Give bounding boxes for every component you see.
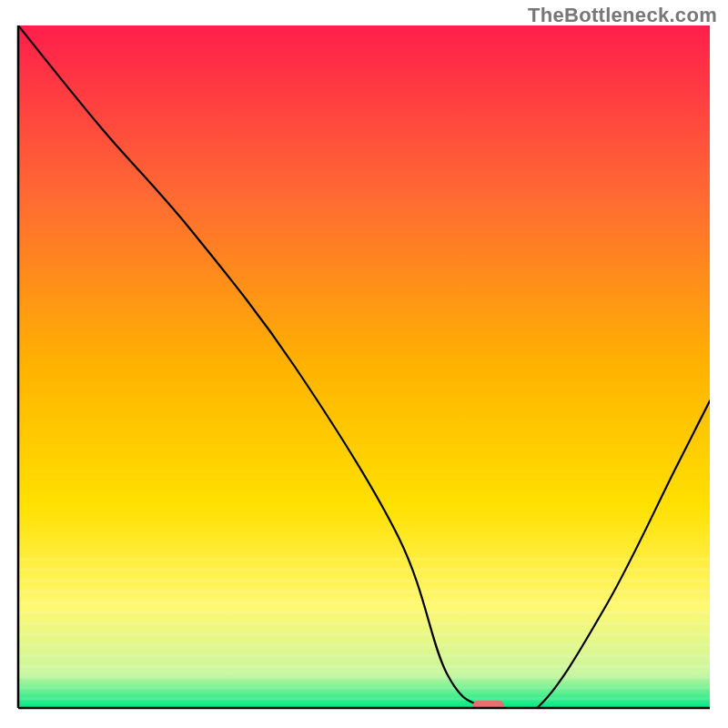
svg-rect-8 [18, 595, 710, 598]
svg-rect-14 [18, 628, 710, 631]
svg-rect-15 [18, 633, 710, 636]
svg-rect-12 [18, 617, 710, 620]
optimal-marker [473, 701, 504, 711]
svg-rect-16 [18, 638, 710, 641]
svg-rect-2 [18, 563, 710, 566]
svg-rect-9 [18, 601, 710, 603]
chart-container: TheBottleneck.com [0, 0, 728, 728]
svg-rect-26 [18, 692, 710, 694]
svg-rect-1 [18, 558, 710, 561]
svg-rect-24 [18, 682, 710, 684]
svg-rect-5 [18, 580, 710, 582]
svg-rect-13 [18, 622, 710, 625]
svg-rect-23 [18, 676, 710, 679]
svg-rect-7 [18, 590, 710, 592]
chart-svg [0, 0, 728, 728]
svg-rect-21 [18, 665, 710, 668]
svg-rect-19 [18, 654, 710, 657]
svg-rect-4 [18, 574, 710, 577]
svg-rect-18 [18, 649, 710, 652]
svg-rect-6 [18, 585, 710, 588]
svg-rect-27 [18, 697, 710, 700]
svg-rect-17 [18, 643, 710, 646]
svg-rect-3 [18, 569, 710, 571]
svg-rect-22 [18, 671, 710, 673]
svg-rect-11 [18, 612, 710, 614]
svg-rect-20 [18, 660, 710, 662]
svg-rect-25 [18, 686, 710, 689]
svg-rect-28 [18, 703, 710, 705]
